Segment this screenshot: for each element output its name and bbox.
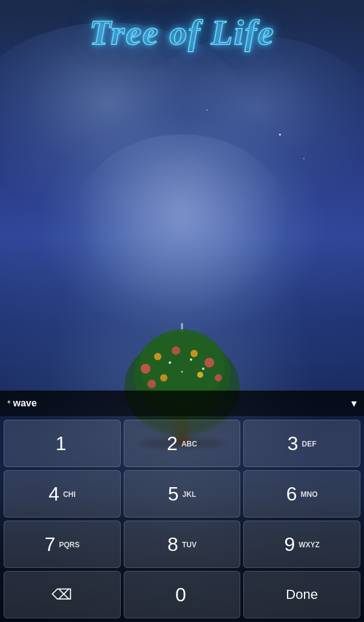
star-1 (279, 134, 281, 135)
key-3-letters: DEF (302, 440, 317, 453)
key-8-number: 8 (167, 535, 178, 554)
key-5-letters: JKL (183, 490, 197, 504)
svg-point-15 (181, 371, 183, 373)
svg-point-6 (172, 346, 180, 355)
key-backspace[interactable]: ⌫ (4, 571, 121, 618)
key-2-letters: ABC (181, 440, 197, 453)
key-0-number: 0 (175, 585, 186, 604)
key-5[interactable]: 5 JKL (124, 470, 241, 518)
svg-point-4 (141, 364, 150, 374)
key-3[interactable]: 3 DEF (243, 420, 360, 467)
wave-bar: * wave ▾ (0, 391, 364, 416)
key-6-letters: MNO (301, 490, 318, 504)
key-0[interactable]: 0 (124, 571, 241, 618)
key-4-letters: CHI (63, 490, 76, 504)
keyboard-container: * wave ▾ 1 2 ABC 3 DEF 4 (0, 391, 364, 622)
svg-point-5 (154, 353, 161, 360)
key-4-number: 4 (49, 484, 59, 504)
svg-point-11 (147, 380, 156, 388)
key-8-letters: TUV (182, 541, 197, 554)
key-4[interactable]: 4 CHI (4, 470, 121, 518)
wave-asterisk: * (7, 398, 10, 408)
svg-point-9 (197, 372, 203, 378)
key-7[interactable]: 7 PQRS (4, 521, 121, 568)
key-1[interactable]: 1 (4, 420, 121, 467)
svg-point-16 (202, 367, 204, 370)
wave-label: wave (13, 398, 36, 409)
star-2 (206, 109, 207, 111)
key-6-number: 6 (286, 484, 297, 504)
key-7-number: 7 (44, 535, 55, 554)
key-3-number: 3 (288, 434, 298, 453)
key-5-number: 5 (168, 484, 179, 504)
wave-dropdown-icon[interactable]: ▾ (351, 397, 357, 410)
key-done[interactable]: Done (243, 571, 360, 618)
svg-point-14 (190, 358, 192, 361)
key-7-letters: PQRS (59, 541, 79, 554)
key-9-number: 9 (284, 535, 295, 554)
done-label: Done (286, 587, 318, 603)
key-8[interactable]: 8 TUV (124, 521, 241, 568)
svg-point-12 (215, 374, 222, 381)
star-3 (303, 158, 305, 159)
svg-point-10 (160, 374, 167, 381)
key-9[interactable]: 9 WXYZ (243, 521, 360, 568)
key-6[interactable]: 6 MNO (243, 470, 360, 518)
svg-point-7 (190, 350, 198, 357)
key-2-number: 2 (167, 434, 178, 453)
keypad: 1 2 ABC 3 DEF 4 CHI 5 JKL (0, 416, 364, 622)
key-1-number: 1 (55, 434, 66, 453)
svg-point-8 (204, 358, 214, 367)
app-title: Tree of Life (0, 12, 364, 53)
key-2[interactable]: 2 ABC (124, 420, 241, 467)
key-9-letters: WXYZ (298, 541, 320, 554)
svg-point-13 (169, 361, 171, 364)
backspace-icon: ⌫ (52, 586, 72, 603)
